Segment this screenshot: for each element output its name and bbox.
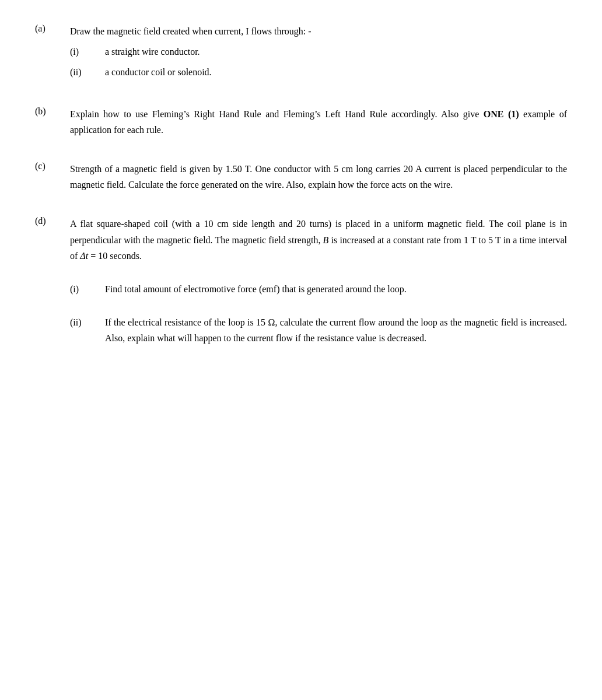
question-d-label: (d): [35, 216, 70, 348]
question-d-italic-b: B: [323, 235, 329, 245]
question-d-delta-t: Δt: [80, 251, 88, 261]
question-d-sub-i-label: (i): [70, 281, 105, 297]
question-a-sub-i-content: a straight wire conductor.: [105, 44, 567, 60]
question-d-sub-i-content: Find total amount of electromotive force…: [105, 281, 567, 297]
question-c-label: (c): [35, 161, 70, 192]
question-c: (c) Strength of a magnetic field is give…: [35, 161, 567, 192]
question-d: (d) A flat square-shaped coil (with a 10…: [35, 216, 567, 348]
question-a: (a) Draw the magnetic field created when…: [35, 23, 567, 83]
question-a-label: (a): [35, 23, 70, 83]
question-a-sub-ii-label: (ii): [70, 64, 105, 80]
question-d-sub-ii-label: (ii): [70, 314, 105, 346]
question-a-content: Draw the magnetic field created when cur…: [70, 23, 567, 83]
question-d-intro: A flat square-shaped coil (with a 10 cm …: [70, 216, 567, 264]
question-d-content: A flat square-shaped coil (with a 10 cm …: [70, 216, 567, 348]
question-a-sub-ii-content: a conductor coil or solenoid.: [105, 64, 567, 80]
question-a-sub-i-label: (i): [70, 44, 105, 60]
question-b-content: Explain how to use Fleming’s Right Hand …: [70, 106, 567, 138]
question-d-sub-ii: (ii) If the electrical resistance of the…: [70, 314, 567, 346]
question-d-sub-i: (i) Find total amount of electromotive f…: [70, 281, 567, 297]
question-b: (b) Explain how to use Fleming’s Right H…: [35, 106, 567, 138]
question-a-sub-i: (i) a straight wire conductor.: [70, 44, 567, 60]
question-b-label: (b): [35, 106, 70, 138]
question-b-bold: ONE (1): [484, 109, 519, 119]
question-d-sub-ii-content: If the electrical resistance of the loop…: [105, 314, 567, 346]
question-a-intro: Draw the magnetic field created when cur…: [70, 23, 567, 39]
question-a-sub-ii: (ii) a conductor coil or solenoid.: [70, 64, 567, 80]
question-c-content: Strength of a magnetic field is given by…: [70, 161, 567, 192]
question-b-text-part1: Explain how to use Fleming’s Right Hand …: [70, 109, 484, 119]
